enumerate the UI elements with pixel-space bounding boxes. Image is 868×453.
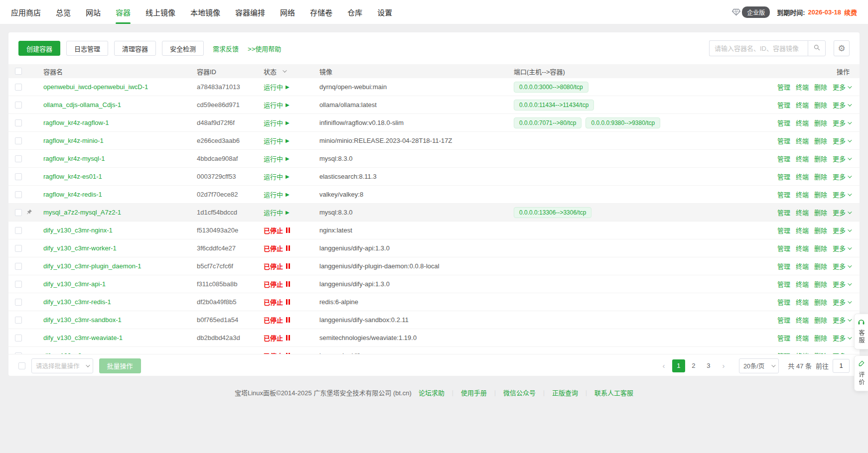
terminal-link[interactable]: 终端 <box>796 279 809 289</box>
nav-tab[interactable]: 存储卷 <box>310 0 332 24</box>
terminal-link[interactable]: 终端 <box>796 190 809 199</box>
delete-link[interactable]: 删除 <box>814 333 827 342</box>
terminal-link[interactable]: 终端 <box>796 261 809 271</box>
more-link[interactable]: 更多 <box>833 172 851 181</box>
manage-link[interactable]: 管理 <box>777 279 790 289</box>
container-name-link[interactable]: mysql_a7z2-mysql_A7z2-1 <box>43 209 121 216</box>
terminal-link[interactable]: 终端 <box>796 208 809 217</box>
next-page-button[interactable]: › <box>717 359 730 372</box>
container-name-link[interactable]: openwebui_iwcd-openwebui_iwcD-1 <box>43 83 148 91</box>
play-icon[interactable]: ▶ <box>286 192 289 197</box>
page-size-select[interactable]: 20条/页 <box>739 358 779 373</box>
footer-link[interactable]: 微信公众号 <box>503 389 536 397</box>
row-checkbox[interactable] <box>15 227 22 234</box>
container-name-link[interactable]: ragflow_kr4z-redis-1 <box>43 191 102 198</box>
container-name-link[interactable]: dify_v130_c3mr-sandbox-1 <box>43 316 122 324</box>
play-icon[interactable]: ▶ <box>286 102 289 108</box>
terminal-link[interactable]: 终端 <box>796 297 809 307</box>
goto-page-input[interactable] <box>833 359 850 373</box>
play-icon[interactable]: ▶ <box>286 84 289 90</box>
play-icon[interactable]: ▶ <box>286 174 289 179</box>
footer-link[interactable]: 论坛求助 <box>419 389 444 397</box>
row-checkbox[interactable] <box>15 317 22 324</box>
pause-icon[interactable] <box>286 281 288 287</box>
more-link[interactable]: 更多 <box>833 136 851 145</box>
container-name-link[interactable]: ragflow_kr4z-minio-1 <box>43 137 104 144</box>
more-link[interactable]: 更多 <box>833 154 851 163</box>
more-link[interactable]: 更多 <box>833 315 851 325</box>
select-all-checkbox[interactable] <box>15 68 22 75</box>
more-link[interactable]: 更多 <box>833 82 851 92</box>
terminal-link[interactable]: 终端 <box>796 243 809 253</box>
delete-link[interactable]: 删除 <box>814 190 827 199</box>
container-name-link[interactable]: ollama_cdjs-ollama_Cdjs-1 <box>43 101 121 109</box>
manage-link[interactable]: 管理 <box>777 100 790 110</box>
delete-link[interactable]: 删除 <box>814 172 827 181</box>
delete-link[interactable]: 删除 <box>814 136 827 145</box>
row-checkbox[interactable] <box>15 102 22 109</box>
container-name-link[interactable]: ragflow_kr4z-ragflow-1 <box>43 119 109 126</box>
page-number-button[interactable]: 1 <box>672 359 685 372</box>
row-checkbox[interactable] <box>15 263 22 270</box>
nav-tab[interactable]: 本地镜像 <box>190 0 220 24</box>
container-name-link[interactable]: dify_v130_c3mr-nginx-1 <box>43 226 113 234</box>
manage-link[interactable]: 管理 <box>777 208 790 217</box>
nav-tab[interactable]: 线上镜像 <box>145 0 175 24</box>
row-checkbox[interactable] <box>15 335 22 341</box>
row-checkbox[interactable] <box>15 191 22 198</box>
delete-link[interactable]: 删除 <box>814 243 827 253</box>
play-icon[interactable]: ▶ <box>286 210 289 215</box>
nav-tab[interactable]: 应用商店 <box>11 0 41 24</box>
col-status[interactable]: 状态 <box>260 67 315 76</box>
delete-link[interactable]: 删除 <box>814 279 827 289</box>
manage-link[interactable]: 管理 <box>777 172 790 181</box>
more-link[interactable]: 更多 <box>833 190 851 199</box>
container-name-link[interactable]: dify_v130_c3mr-plugin_daemon-1 <box>43 262 142 270</box>
manage-link[interactable]: 管理 <box>777 190 790 199</box>
pause-icon[interactable] <box>286 227 288 233</box>
clean-container-button[interactable]: 清理容器 <box>114 41 156 56</box>
nav-tab[interactable]: 网络 <box>280 0 295 24</box>
terminal-link[interactable]: 终端 <box>796 136 809 145</box>
more-link[interactable]: 更多 <box>833 261 851 271</box>
more-link[interactable]: 更多 <box>833 208 851 217</box>
delete-link[interactable]: 删除 <box>814 82 827 92</box>
search-button[interactable] <box>808 40 826 56</box>
nav-tab[interactable]: 容器编排 <box>235 0 265 24</box>
container-name-link[interactable]: dify_v130_c3mr-api-1 <box>43 280 106 288</box>
footer-link[interactable]: 联系人工客服 <box>594 389 633 397</box>
play-icon[interactable]: ▶ <box>286 138 289 143</box>
nav-tab[interactable]: 容器 <box>116 0 131 24</box>
pause-icon[interactable] <box>286 263 288 269</box>
footer-link[interactable]: 使用手册 <box>461 389 487 397</box>
row-checkbox[interactable] <box>15 281 22 288</box>
renew-link[interactable]: 续费 <box>844 7 857 17</box>
more-link[interactable]: 更多 <box>833 297 851 307</box>
more-link[interactable]: 更多 <box>833 226 851 235</box>
help-link[interactable]: >>使用帮助 <box>248 44 281 53</box>
terminal-link[interactable]: 终端 <box>796 82 809 92</box>
nav-tab[interactable]: 总览 <box>56 0 71 24</box>
manage-link[interactable]: 管理 <box>777 333 790 342</box>
terminal-link[interactable]: 终端 <box>796 315 809 325</box>
create-container-button[interactable]: 创建容器 <box>18 41 60 56</box>
search-input[interactable] <box>709 40 808 56</box>
row-checkbox[interactable] <box>15 299 22 306</box>
manage-link[interactable]: 管理 <box>777 82 790 92</box>
manage-link[interactable]: 管理 <box>777 136 790 145</box>
feedback-link[interactable]: 需求反馈 <box>213 44 239 53</box>
manage-link[interactable]: 管理 <box>777 154 790 163</box>
more-link[interactable]: 更多 <box>833 118 851 127</box>
row-checkbox[interactable] <box>15 119 22 126</box>
more-link[interactable]: 更多 <box>833 243 851 253</box>
delete-link[interactable]: 删除 <box>814 315 827 325</box>
batch-apply-button[interactable]: 批量操作 <box>99 358 141 373</box>
delete-link[interactable]: 删除 <box>814 297 827 307</box>
manage-link[interactable]: 管理 <box>777 261 790 271</box>
play-icon[interactable]: ▶ <box>286 156 289 161</box>
log-manage-button[interactable]: 日志管理 <box>66 41 108 56</box>
row-checkbox[interactable] <box>15 173 22 180</box>
terminal-link[interactable]: 终端 <box>796 333 809 342</box>
more-link[interactable]: 更多 <box>833 100 851 110</box>
more-link[interactable]: 更多 <box>833 333 851 342</box>
